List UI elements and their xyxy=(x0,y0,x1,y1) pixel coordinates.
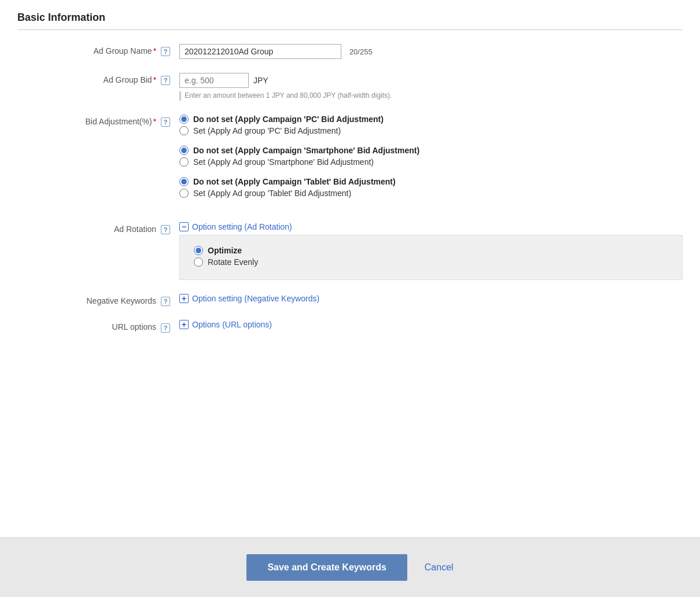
ad-group-bid-input[interactable] xyxy=(179,73,249,88)
bid-adj-tablet-section: Do not set (Apply Campaign 'Tablet' Bid … xyxy=(179,177,683,198)
ad-group-name-row: Ad Group Name* ? 20/255 xyxy=(17,44,683,59)
bid-adj-tablet-label2[interactable]: Set (Apply Ad group 'Tablet' Bid Adjustm… xyxy=(193,189,351,198)
bid-adj-tablet-option1: Do not set (Apply Campaign 'Tablet' Bid … xyxy=(179,177,683,186)
page-wrapper: Basic Information Ad Group Name* ? 20/25… xyxy=(0,0,700,597)
ad-group-name-input[interactable] xyxy=(179,44,341,59)
negative-keywords-help-icon[interactable]: ? xyxy=(161,297,170,306)
url-options-toggle-label: Options (URL options) xyxy=(192,320,272,329)
ad-group-name-control: 20/255 xyxy=(179,44,683,59)
section-title: Basic Information xyxy=(17,12,683,30)
bid-adj-pc-radio2[interactable] xyxy=(179,126,189,135)
bid-adj-tablet-radio2[interactable] xyxy=(179,189,189,198)
negative-keywords-toggle-label: Option setting (Negative Keywords) xyxy=(192,294,319,303)
required-star-bid: * xyxy=(153,75,156,84)
bid-adj-tablet-radio1[interactable] xyxy=(179,177,189,186)
bid-adj-tablet-option2: Set (Apply Ad group 'Tablet' Bid Adjustm… xyxy=(179,189,683,198)
negative-keywords-toggle-icon: + xyxy=(179,294,189,303)
ad-rotation-rotate: Rotate Evenly xyxy=(194,257,668,267)
bid-row: JPY xyxy=(179,73,683,88)
negative-keywords-row: Negative Keywords ? + Option setting (Ne… xyxy=(17,294,683,306)
bid-adj-tablet-label1[interactable]: Do not set (Apply Campaign 'Tablet' Bid … xyxy=(193,177,396,186)
url-options-toggle[interactable]: + Options (URL options) xyxy=(179,320,683,329)
ad-rotation-label: Ad Rotation ? xyxy=(17,222,179,234)
bid-adj-smartphone-option2: Set (Apply Ad group 'Smartphone' Bid Adj… xyxy=(179,157,683,167)
negative-keywords-control: + Option setting (Negative Keywords) xyxy=(179,294,683,303)
ad-rotation-row: Ad Rotation ? − Option setting (Ad Rotat… xyxy=(17,222,683,280)
ad-rotation-optimize-radio[interactable] xyxy=(194,246,203,255)
bid-adjustment-row: Bid Adjustment(%)* ? Do not set (Apply C… xyxy=(17,115,683,208)
footer-bar: Save and Create Keywords Cancel xyxy=(0,537,700,597)
ad-rotation-control: − Option setting (Ad Rotation) Optimize … xyxy=(179,222,683,280)
bid-hint: Enter an amount between 1 JPY and 80,000… xyxy=(179,91,683,101)
bid-adj-smartphone-option1: Do not set (Apply Campaign 'Smartphone' … xyxy=(179,146,683,155)
bid-hint-text: Enter an amount between 1 JPY and 80,000… xyxy=(185,91,392,100)
bid-adjustment-label: Bid Adjustment(%)* ? xyxy=(17,115,179,127)
ad-rotation-rotate-radio[interactable] xyxy=(194,257,203,267)
url-options-toggle-icon: + xyxy=(179,320,189,329)
bid-adj-smartphone-radio2[interactable] xyxy=(179,157,189,167)
required-star-bid-adj: * xyxy=(153,117,156,126)
currency-label: JPY xyxy=(253,76,268,85)
bid-adjustment-control: Do not set (Apply Campaign 'PC' Bid Adju… xyxy=(179,115,683,208)
ad-group-bid-help-icon[interactable]: ? xyxy=(161,76,170,85)
ad-rotation-panel: Optimize Rotate Evenly xyxy=(179,235,683,280)
bid-adj-smartphone-label1[interactable]: Do not set (Apply Campaign 'Smartphone' … xyxy=(193,146,419,155)
bid-adj-smartphone-label2[interactable]: Set (Apply Ad group 'Smartphone' Bid Adj… xyxy=(193,157,374,167)
bid-adj-pc-label1[interactable]: Do not set (Apply Campaign 'PC' Bid Adju… xyxy=(193,115,384,124)
ad-rotation-help-icon[interactable]: ? xyxy=(161,225,170,234)
ad-rotation-rotate-label[interactable]: Rotate Evenly xyxy=(208,257,258,267)
ad-rotation-optimize-label[interactable]: Optimize xyxy=(208,246,242,255)
url-options-help-icon[interactable]: ? xyxy=(161,323,170,333)
bid-adj-smartphone-radio1[interactable] xyxy=(179,146,189,155)
ad-rotation-toggle[interactable]: − Option setting (Ad Rotation) xyxy=(179,222,683,231)
negative-keywords-label: Negative Keywords ? xyxy=(17,294,179,306)
ad-rotation-toggle-label: Option setting (Ad Rotation) xyxy=(192,222,292,231)
char-count: 20/255 xyxy=(349,47,373,56)
bid-adj-pc-option1: Do not set (Apply Campaign 'PC' Bid Adju… xyxy=(179,115,683,124)
ad-group-bid-control: JPY Enter an amount between 1 JPY and 80… xyxy=(179,73,683,101)
ad-rotation-optimize: Optimize xyxy=(194,246,668,255)
url-options-control: + Options (URL options) xyxy=(179,320,683,329)
main-content: Basic Information Ad Group Name* ? 20/25… xyxy=(0,0,700,537)
bid-adj-pc-radio1[interactable] xyxy=(179,115,189,124)
url-options-row: URL options ? + Options (URL options) xyxy=(17,320,683,332)
bid-adj-pc-label2[interactable]: Set (Apply Ad group 'PC' Bid Adjustment) xyxy=(193,126,341,135)
ad-group-name-label: Ad Group Name* ? xyxy=(17,44,179,56)
negative-keywords-toggle[interactable]: + Option setting (Negative Keywords) xyxy=(179,294,683,303)
ad-rotation-toggle-icon: − xyxy=(179,222,189,231)
bid-adj-pc-section: Do not set (Apply Campaign 'PC' Bid Adju… xyxy=(179,115,683,135)
ad-group-bid-label: Ad Group Bid* ? xyxy=(17,73,179,85)
ad-group-bid-row: Ad Group Bid* ? JPY Enter an amount betw… xyxy=(17,73,683,101)
cancel-button[interactable]: Cancel xyxy=(425,562,454,573)
bid-adjustment-help-icon[interactable]: ? xyxy=(161,117,170,127)
save-and-create-keywords-button[interactable]: Save and Create Keywords xyxy=(246,554,407,581)
hint-bar xyxy=(179,91,181,101)
bid-adj-smartphone-section: Do not set (Apply Campaign 'Smartphone' … xyxy=(179,146,683,167)
bid-adj-pc-option2: Set (Apply Ad group 'PC' Bid Adjustment) xyxy=(179,126,683,135)
url-options-label: URL options ? xyxy=(17,320,179,332)
ad-group-name-help-icon[interactable]: ? xyxy=(161,47,170,56)
required-star: * xyxy=(153,46,156,56)
